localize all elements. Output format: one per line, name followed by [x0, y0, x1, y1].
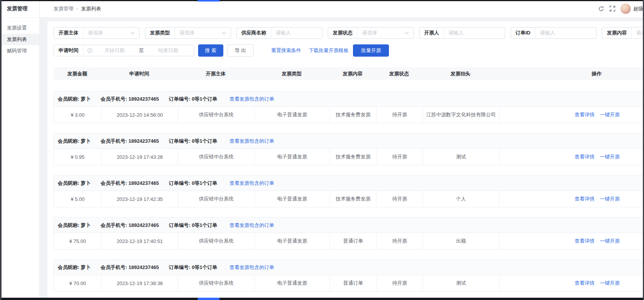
filter-field-placeholder: 请输入	[276, 29, 291, 36]
filter-row-actions: 申请时间 开始日期 至 结束日期	[54, 44, 644, 57]
breadcrumb-parent[interactable]: 发票管理	[54, 5, 73, 12]
one-click-invoice-link[interactable]: 一键开票	[600, 238, 620, 245]
invoice-group: 会员昵称: 萝卜 会员手机号: 18924237465 订单编号: 0等1个订单…	[54, 91, 644, 123]
order-number: 订单编号: 0等1个订单	[169, 264, 217, 271]
apply-time-label: 申请时间	[54, 47, 83, 54]
chevron-down-icon	[130, 32, 135, 34]
cell-invoice-content: 技术服务费发票	[330, 191, 376, 207]
sidebar-item-1[interactable]: 发票设置	[0, 22, 39, 34]
sidebar: 发票管理 发票设置 发票列表 赋码管理	[0, 0, 40, 300]
view-detail-link[interactable]: 查看详情	[575, 196, 595, 202]
cell-apply-time: 2023-12-19 17:40:51	[101, 233, 178, 249]
filter-field-input[interactable]: 请输入	[444, 29, 505, 36]
member-phone: 会员手机号: 18924237465	[101, 264, 159, 271]
invoice-table: 发票金额 申请时间 开票主体 发票类型 发票内容 发票状态 发票抬头 操作 会员…	[54, 67, 644, 292]
filter-field-placeholder: 请选择	[179, 29, 194, 36]
filter-field-1[interactable]: 开票主体 请选择	[54, 27, 140, 39]
refresh-icon[interactable]	[598, 5, 604, 12]
filter-field-2[interactable]: 发票类型 请选择	[145, 27, 231, 39]
cell-actions: 查看详情 一键开票	[499, 149, 644, 165]
member-nickname: 会员昵称: 萝卜	[58, 96, 91, 103]
sidebar-item-3[interactable]: 赋码管理	[0, 45, 39, 57]
group-header-row: 会员昵称: 萝卜 会员手机号: 18924237465 订单编号: 0等1个订单…	[54, 218, 644, 233]
member-nickname: 会员昵称: 萝卜	[58, 138, 91, 145]
cell-invoice-type: 电子普通发票	[254, 107, 330, 123]
one-click-invoice-link[interactable]: 一键开票	[600, 196, 620, 202]
cell-invoice-status: 待开票	[376, 149, 423, 165]
cell-invoice-entity: 供应链中台系统	[178, 233, 254, 249]
table-column-header-4: 发票类型	[254, 70, 329, 77]
view-detail-link[interactable]: 查看详情	[575, 111, 595, 118]
view-included-orders-link[interactable]: 查看发票包含的订单	[229, 222, 274, 229]
date-range-inputs[interactable]: 开始日期 至 结束日期	[83, 47, 194, 54]
table-column-header-3: 开票主体	[177, 70, 254, 77]
member-nickname: 会员昵称: 萝卜	[58, 222, 91, 229]
group-header-row: 会员昵称: 萝卜 会员手机号: 18924237465 订单编号: 0等1个订单…	[54, 91, 644, 107]
cell-invoice-amount: ¥ 3.00	[54, 107, 101, 123]
filter-field-input[interactable]: 请选择	[83, 29, 139, 36]
filter-field-input[interactable]: 请输入	[535, 29, 596, 36]
invoice-group: 会员昵称: 萝卜 会员手机号: 18924237465 订单编号: 0等1个订单…	[54, 133, 644, 165]
filter-field-input[interactable]: 请选择	[358, 29, 413, 36]
start-date-input[interactable]: 开始日期	[93, 47, 137, 54]
filter-field-placeholder: 请输入	[449, 29, 463, 36]
search-button[interactable]: 搜 索	[198, 44, 223, 57]
user-name[interactable]: 超级管理员	[633, 5, 644, 12]
cell-actions: 查看详情 一键开票	[499, 107, 644, 123]
filter-field-label: 订单ID	[511, 29, 535, 36]
cell-invoice-content: 普通订单	[330, 233, 376, 249]
fullscreen-icon[interactable]	[609, 5, 616, 12]
order-number: 订单编号: 0等1个订单	[169, 138, 217, 145]
cell-invoice-status: 待开票	[376, 107, 423, 123]
cell-invoice-title: 个人	[423, 191, 499, 207]
filter-field-input[interactable]: 请选择	[632, 29, 644, 36]
cell-invoice-content: 普通订单	[330, 275, 376, 291]
filter-field-placeholder: 请选择	[88, 29, 103, 36]
sidebar-title: 发票管理	[0, 0, 39, 18]
view-included-orders-link[interactable]: 查看发票包含的订单	[229, 180, 274, 187]
batch-invoice-button[interactable]: 批量开票	[353, 44, 389, 57]
cell-invoice-title: 出额	[423, 233, 499, 249]
cell-apply-time: 2023-12-20 14:56:00	[101, 107, 178, 123]
view-detail-link[interactable]: 查看详情	[575, 280, 595, 287]
cell-apply-time: 2023-12-19 17:42:35	[101, 191, 178, 207]
filter-field-6[interactable]: 订单ID 请输入	[511, 27, 597, 39]
order-number: 订单编号: 0等1个订单	[169, 180, 217, 187]
one-click-invoice-link[interactable]: 一键开票	[600, 153, 620, 160]
user-avatar[interactable]	[620, 3, 631, 14]
filter-field-label: 发票内容	[602, 29, 631, 36]
filter-field-3[interactable]: 供应商名称 请输入	[236, 27, 322, 39]
invoice-group: 会员昵称: 萝卜 会员手机号: 18924237465 订单编号: 0等1个订单…	[54, 217, 644, 249]
end-date-input[interactable]: 结束日期	[146, 47, 190, 54]
cell-invoice-title: 测试	[423, 149, 499, 165]
chevron-down-icon	[222, 32, 226, 34]
table-column-header-2: 申请时间	[101, 70, 177, 77]
reset-filters-link[interactable]: 重置搜索条件	[271, 47, 301, 54]
sidebar-item-2[interactable]: 发票列表	[0, 34, 39, 45]
member-nickname: 会员昵称: 萝卜	[58, 264, 91, 271]
table-row: ¥ 5.00 2023-12-19 17:42:35 供应链中台系统 电子普通发…	[54, 191, 644, 207]
export-button[interactable]: 导 出	[227, 44, 254, 57]
frame-accent-top	[198, 0, 220, 2]
one-click-invoice-link[interactable]: 一键开票	[600, 280, 620, 287]
cell-invoice-entity: 供应链中台系统	[178, 107, 254, 123]
table-column-header-1: 发票金额	[54, 70, 101, 77]
table-column-header-5: 发票内容	[329, 70, 376, 77]
download-batch-template-link[interactable]: 下载批量开票模板	[309, 47, 348, 54]
view-included-orders-link[interactable]: 查看发票包含的订单	[229, 96, 274, 103]
cell-actions: 查看详情 一键开票	[499, 275, 644, 291]
filter-field-input[interactable]: 请输入	[271, 29, 322, 36]
view-detail-link[interactable]: 查看详情	[575, 238, 595, 245]
view-included-orders-link[interactable]: 查看发票包含的订单	[229, 138, 274, 145]
table-header-row: 发票金额 申请时间 开票主体 发票类型 发票内容 发票状态 发票抬头 操作	[54, 67, 644, 80]
view-detail-link[interactable]: 查看详情	[575, 153, 595, 160]
filter-field-7[interactable]: 发票内容 请选择	[602, 27, 644, 39]
table-groups: 会员昵称: 萝卜 会员手机号: 18924237465 订单编号: 0等1个订单…	[54, 91, 644, 292]
apply-time-range-picker[interactable]: 申请时间 开始日期 至 结束日期	[54, 45, 194, 56]
view-included-orders-link[interactable]: 查看发票包含的订单	[229, 264, 274, 271]
filter-field-5[interactable]: 开票人 请输入	[419, 27, 505, 39]
filter-field-4[interactable]: 发票状态 请选择	[328, 27, 414, 39]
breadcrumb-separator-icon: ›	[76, 6, 78, 11]
filter-field-input[interactable]: 请选择	[175, 29, 231, 36]
one-click-invoice-link[interactable]: 一键开票	[600, 111, 620, 118]
